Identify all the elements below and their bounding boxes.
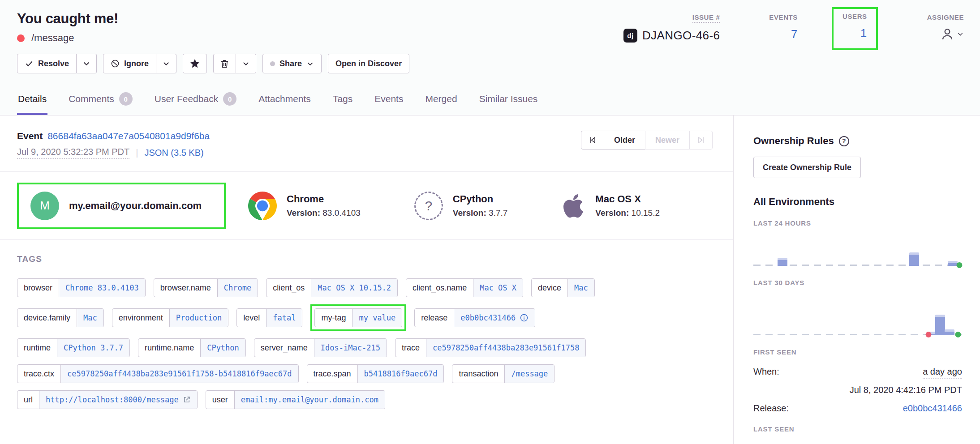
- unknown-runtime-icon: ?: [414, 192, 443, 220]
- user-email: my.email@your.domain.com: [69, 200, 202, 212]
- issue-sidebar: Ownership Rules ? Create Ownership Rule …: [734, 115, 980, 444]
- highlight-box: my-tagmy value: [310, 304, 406, 331]
- tag-value-link[interactable]: Mac: [567, 279, 594, 297]
- tag-value-link[interactable]: b5418816f9aec67d: [357, 365, 444, 383]
- tag-value-link[interactable]: e0b0bc431466: [454, 309, 535, 327]
- event-id-link[interactable]: 86684fa63aa047e7a0540801a9d9f6ba: [47, 131, 210, 141]
- tab-tags[interactable]: Tags: [332, 92, 353, 115]
- tag-value-link[interactable]: CPython: [200, 339, 245, 357]
- tab-attachments[interactable]: Attachments: [258, 92, 312, 115]
- tags-section: TAGS browserChrome 83.0.4103browser.name…: [0, 240, 733, 423]
- tag-key: client_os.name: [406, 279, 473, 297]
- tag-value-link[interactable]: Idos-iMac-215: [314, 339, 387, 357]
- older-event-button[interactable]: Older: [604, 131, 645, 149]
- tag-value-link[interactable]: http://localhost:8000/message: [39, 391, 197, 409]
- tag-pill-device: deviceMac: [531, 278, 595, 297]
- external-link-icon: [183, 396, 191, 404]
- tab-details[interactable]: Details: [17, 92, 47, 115]
- tag-value-text: CPython 3.7.7: [64, 343, 123, 352]
- bookmark-star-button[interactable]: [183, 54, 207, 73]
- star-icon: [189, 58, 200, 69]
- tag-value-text: Production: [176, 313, 222, 322]
- resolve-button[interactable]: Resolve: [17, 54, 77, 73]
- tag-pill-device.family: device.familyMac: [17, 308, 104, 327]
- open-in-discover-button[interactable]: Open in Discover: [328, 54, 409, 73]
- last-24-hours-label: LAST 24 HOURS: [753, 219, 962, 227]
- tag-key: trace.span: [307, 365, 357, 383]
- users-label: USERS: [842, 13, 867, 20]
- issue-number-value[interactable]: DJANGO-46-6: [642, 29, 720, 43]
- tag-value-text: b5418816f9aec67d: [364, 369, 438, 378]
- tag-value-link[interactable]: email:my.email@your.domain.com: [234, 391, 385, 409]
- help-question-icon[interactable]: ?: [839, 136, 849, 146]
- tag-value-link[interactable]: Mac OS X 10.15.2: [311, 279, 397, 297]
- skip-to-oldest-icon: [588, 136, 597, 145]
- os-name: Mac OS X: [595, 193, 660, 205]
- tab-merged[interactable]: Merged: [424, 92, 458, 115]
- users-count[interactable]: 1: [842, 26, 867, 40]
- tag-key: runtime: [17, 339, 57, 357]
- events-label: EVENTS: [769, 13, 798, 21]
- tab-user-feedback[interactable]: User Feedback0: [154, 92, 237, 115]
- tag-value-text: my value: [359, 313, 395, 322]
- tag-value-text: Idos-iMac-215: [321, 343, 380, 352]
- issue-header: You caught me! /message Resolve Ignore: [0, 0, 980, 115]
- tab-similar-issues[interactable]: Similar Issues: [478, 92, 539, 115]
- delete-dropdown-button[interactable]: [236, 54, 256, 73]
- tag-value-link[interactable]: Chrome: [217, 279, 258, 297]
- user-context-card-highlighted[interactable]: M my.email@your.domain.com: [17, 183, 226, 229]
- tag-value-link[interactable]: ce5978250aff4438ba283e91561f1758-b541881…: [60, 365, 298, 383]
- tag-value-link[interactable]: fatal: [266, 309, 302, 327]
- tag-pill-release: releasee0b0bc431466: [414, 308, 535, 327]
- trash-icon: [220, 59, 229, 68]
- tag-value-link[interactable]: Chrome 83.0.4103: [59, 279, 145, 297]
- tag-value-link[interactable]: ce5978250aff4438ba283e91561f1758: [426, 339, 586, 357]
- tag-value-text: CPython: [207, 343, 239, 352]
- sparkline-bar: [935, 315, 945, 335]
- events-count[interactable]: 7: [769, 27, 798, 41]
- tag-value-link[interactable]: my value: [352, 309, 402, 327]
- tag-value-link[interactable]: CPython 3.7.7: [57, 339, 129, 357]
- tag-value-text: Mac: [83, 313, 97, 322]
- resolve-button-group: Resolve: [17, 54, 97, 73]
- chrome-icon: [248, 192, 277, 220]
- newer-event-button[interactable]: Newer: [645, 131, 690, 149]
- tab-events[interactable]: Events: [374, 92, 404, 115]
- tag-pill-runtime: runtimeCPython 3.7.7: [17, 338, 130, 357]
- tag-pill-trace: tracece5978250aff4438ba283e91561f1758: [395, 338, 586, 357]
- sparkline-bar: [945, 329, 954, 335]
- issue-number-label: ISSUE #: [692, 13, 720, 23]
- assignee-stat: ASSIGNEE: [927, 9, 964, 41]
- tag-pill-url: urlhttp://localhost:8000/message: [17, 390, 198, 409]
- tag-value-text: email:my.email@your.domain.com: [241, 395, 378, 404]
- resolve-dropdown-button[interactable]: [77, 54, 97, 73]
- share-button[interactable]: Share: [262, 54, 322, 73]
- create-ownership-rule-button[interactable]: Create Ownership Rule: [753, 157, 861, 178]
- ignore-button[interactable]: Ignore: [103, 54, 156, 73]
- tag-value-text: Mac: [574, 283, 588, 292]
- tag-value-link[interactable]: Mac OS X: [473, 279, 523, 297]
- tag-key: release: [415, 309, 454, 327]
- assignee-dropdown[interactable]: [927, 27, 964, 41]
- tag-key: level: [237, 309, 266, 327]
- skip-to-newest-icon-button[interactable]: [689, 131, 713, 149]
- tag-value-link[interactable]: Mac: [77, 309, 103, 327]
- tag-value-link[interactable]: /message: [504, 365, 554, 383]
- ignore-dropdown-button[interactable]: [156, 54, 176, 73]
- release-label: Release:: [753, 403, 789, 414]
- ownership-rules-title: Ownership Rules: [753, 135, 834, 147]
- tag-key: device.family: [17, 309, 77, 327]
- delete-button[interactable]: [213, 54, 236, 73]
- tab-label: Comments: [69, 94, 114, 104]
- oldest-event-button[interactable]: [581, 131, 604, 149]
- tab-comments[interactable]: Comments0: [68, 92, 133, 115]
- tag-key: transaction: [452, 365, 504, 383]
- tag-key: trace: [395, 339, 426, 357]
- chevron-down-icon: [242, 60, 250, 68]
- tag-value-link[interactable]: Production: [169, 309, 228, 327]
- event-json-link[interactable]: JSON (3.5 KB): [144, 148, 203, 158]
- users-stat-highlighted: USERS 1: [832, 7, 878, 50]
- first-seen-release-link[interactable]: e0b0bc431466: [903, 403, 962, 414]
- runtime-context-card: ? CPython Version: 3.7.7: [414, 192, 508, 220]
- runtime-name: CPython: [453, 193, 508, 205]
